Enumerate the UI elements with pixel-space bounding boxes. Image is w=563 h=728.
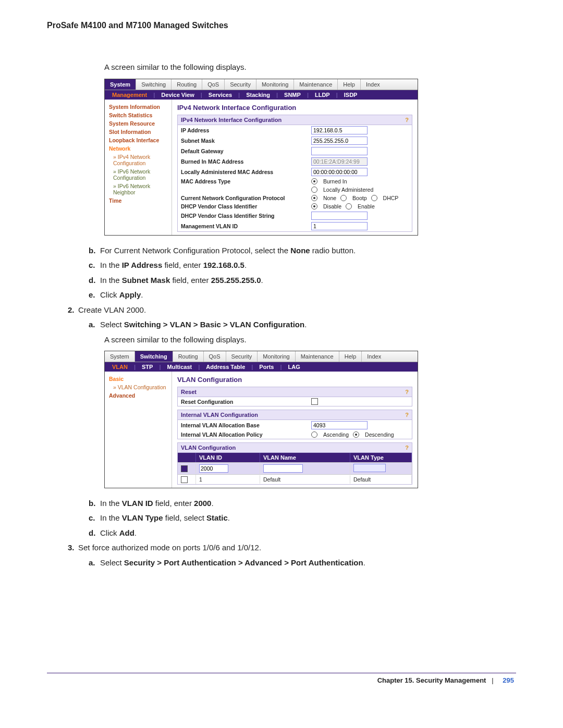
mt-label: MAC Address Type	[178, 178, 311, 184]
tab2-maintenance[interactable]: Maintenance	[296, 351, 339, 362]
tab-maintenance[interactable]: Maintenance	[294, 79, 338, 90]
subtab2-vlan[interactable]: VLAN	[109, 364, 131, 370]
help-icon[interactable]: ?	[405, 389, 409, 395]
radio-enable[interactable]	[346, 203, 352, 209]
tab2-index[interactable]: Index	[362, 351, 386, 362]
subtab-stacking[interactable]: Stacking	[243, 92, 273, 98]
side-ipv6neigh[interactable]: » IPv6 Network Neighbor	[109, 182, 172, 196]
tab-routing[interactable]: Routing	[172, 79, 202, 90]
ivc-desc: Descending	[365, 431, 394, 438]
vlanid-input[interactable]	[199, 464, 228, 473]
gw-label: Default Gateway	[178, 148, 311, 154]
tab2-switching[interactable]: Switching	[135, 351, 173, 362]
local-label: Locally Administered MAC Address	[178, 169, 311, 175]
local-input[interactable]	[311, 168, 368, 176]
ivc-base-label: Internal VLAN Allocation Base	[178, 422, 311, 428]
side-ipv4[interactable]: » IPv4 Network Configuration	[109, 153, 172, 167]
side-ipv6cfg[interactable]: » IPv6 Network Configuration	[109, 167, 172, 182]
proto-label: Current Network Configuration Protocol	[178, 195, 311, 201]
radio-dhcp[interactable]	[371, 195, 377, 201]
footer-rule	[47, 673, 516, 673]
tab-index[interactable]: Index	[361, 79, 385, 90]
panel-head-ipv4: IPv4 Network Interface Configuration ?	[177, 115, 412, 125]
radio-bootp[interactable]	[340, 195, 347, 201]
intro-text-2: A screen similar to the following displa…	[104, 334, 516, 346]
radio-burnedin[interactable]	[311, 178, 317, 184]
col-vlanname: VLAN Name	[260, 453, 350, 462]
proto-none: None	[323, 195, 336, 201]
row1-name: Default	[260, 475, 350, 484]
radio-disable[interactable]	[311, 203, 317, 209]
dvcs-input[interactable]	[311, 212, 368, 220]
tab-system[interactable]: System	[105, 79, 136, 90]
vlanname-input[interactable]	[263, 464, 303, 473]
mask-input[interactable]	[311, 137, 368, 145]
step-d2: d.Click Add.	[89, 527, 516, 539]
subtab-snmp[interactable]: SNMP	[281, 92, 304, 98]
subtab-services[interactable]: Services	[205, 92, 235, 98]
tab-help[interactable]: Help	[338, 79, 361, 90]
main-tabs-2: System Switching Routing QoS Security Mo…	[105, 351, 418, 362]
tab2-security[interactable]: Security	[226, 351, 258, 362]
radio-asc[interactable]	[311, 431, 317, 438]
radio-none[interactable]	[311, 195, 317, 201]
subtab-management[interactable]: Management	[109, 92, 150, 98]
panel-title-ipv4: IPv4 Network Interface Configuration	[177, 104, 412, 112]
dvc-label: DHCP Vendor Class Identifier	[178, 203, 311, 209]
step-d1: d.In the Subnet Mask field, enter 255.25…	[89, 275, 516, 287]
side-sysres[interactable]: System Resource	[109, 119, 172, 128]
subtab-isdp[interactable]: ISDP	[341, 92, 361, 98]
tab2-qos[interactable]: QoS	[204, 351, 226, 362]
side-time[interactable]: Time	[109, 196, 172, 205]
ip-input[interactable]	[311, 126, 368, 134]
vlantype-select[interactable]	[353, 464, 386, 472]
side-loopback[interactable]: Loopback Interface	[109, 136, 172, 144]
radio-desc[interactable]	[353, 431, 359, 438]
step-a2: a.Select Switching > VLAN > Basic > VLAN…	[89, 319, 516, 331]
help-icon[interactable]: ?	[405, 412, 409, 418]
tab2-help[interactable]: Help	[339, 351, 362, 362]
tab-monitoring[interactable]: Monitoring	[256, 79, 294, 90]
subtab2-stp[interactable]: STP	[139, 364, 156, 370]
mvlan-input[interactable]	[311, 222, 368, 230]
tab-switching[interactable]: Switching	[136, 79, 172, 90]
side-slotinfo[interactable]: Slot Information	[109, 128, 172, 136]
subtab2-multicast[interactable]: Multicast	[164, 364, 195, 370]
side2-basic[interactable]: Basic	[109, 375, 172, 383]
mask-label: Subnet Mask	[178, 138, 311, 144]
radio-local[interactable]	[311, 187, 317, 193]
help-icon[interactable]: ?	[405, 445, 409, 451]
help-icon[interactable]: ?	[405, 117, 409, 123]
tab-qos[interactable]: QoS	[202, 79, 225, 90]
gw-input[interactable]	[311, 147, 368, 155]
mvlan-label: Management VLAN ID	[178, 223, 311, 229]
subtab2-addrtable[interactable]: Address Table	[203, 364, 248, 370]
side2-advanced[interactable]: Advanced	[109, 391, 172, 400]
col-vlanid: VLAN ID	[196, 453, 260, 462]
selall-checkbox[interactable]	[181, 465, 188, 472]
side-switchstats[interactable]: Switch Statistics	[109, 111, 172, 119]
main-tabs: System Switching Routing QoS Security Mo…	[105, 79, 418, 90]
side-network[interactable]: Network	[109, 144, 172, 153]
side-nav: System Information Switch Statistics Sys…	[105, 100, 172, 235]
tab2-routing[interactable]: Routing	[173, 351, 204, 362]
subtab-lldp[interactable]: LLDP	[312, 92, 333, 98]
tab-security[interactable]: Security	[225, 79, 256, 90]
mt-opt1: Burned In	[323, 178, 347, 184]
tab2-monitoring[interactable]: Monitoring	[258, 351, 295, 362]
tab2-system[interactable]: System	[105, 351, 135, 362]
step-b2: b.In the VLAN ID field, enter 2000.	[89, 498, 516, 510]
side2-vlancfg[interactable]: » VLAN Configuration	[109, 383, 172, 391]
subtab2-ports[interactable]: Ports	[256, 364, 277, 370]
subtab-deviceview[interactable]: Device View	[158, 92, 197, 98]
row1-checkbox[interactable]	[181, 476, 188, 483]
ivc-asc: Ascending	[323, 431, 349, 438]
subtab2-lag[interactable]: LAG	[285, 364, 303, 370]
reset-checkbox[interactable]	[311, 398, 318, 405]
ivc-base-input[interactable]	[311, 421, 368, 429]
footer: Chapter 15. Security Management | 295	[47, 676, 516, 684]
side-sysinfo[interactable]: System Information	[109, 103, 172, 111]
dvcs-label: DHCP Vendor Class Identifier String	[178, 213, 311, 219]
vc-head: VLAN Configuration?	[177, 442, 412, 453]
burn-input	[311, 157, 368, 166]
